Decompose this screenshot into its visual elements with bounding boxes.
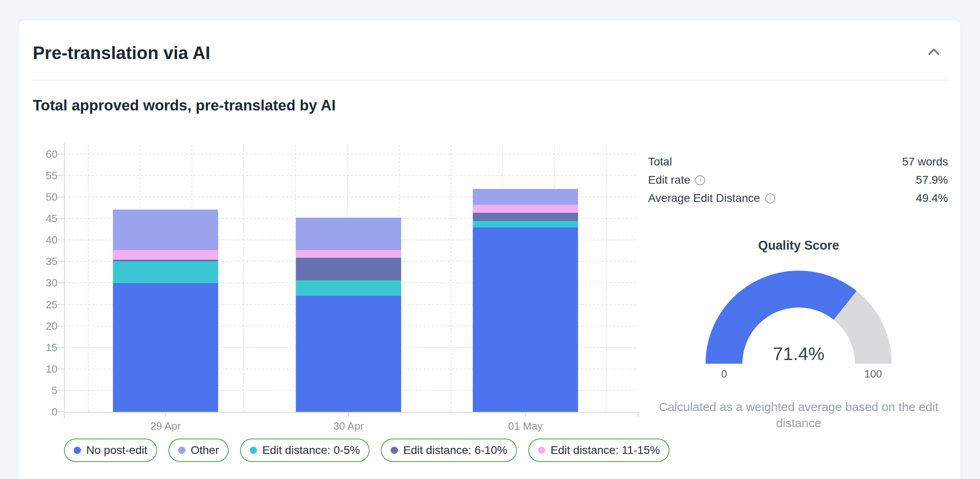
legend-dot <box>250 447 257 454</box>
chart-legend: No post-editOtherEdit distance: 0-5%Edit… <box>64 439 670 462</box>
info-icon[interactable]: i <box>765 193 775 203</box>
bar-segment[interactable] <box>113 261 218 283</box>
y-axis-tick-label: 20 <box>31 320 57 332</box>
bar-segment[interactable] <box>473 221 578 227</box>
y-axis-tick <box>57 240 64 240</box>
legend-item-label: Edit distance: 0-5% <box>262 444 360 457</box>
stat-value: 49.4% <box>916 192 948 205</box>
x-axis-tick-label: 30 Apr <box>316 420 381 432</box>
legend-dot <box>538 447 545 454</box>
x-axis-tick-label: 01 May <box>493 420 558 432</box>
stat-row: Edit ratei57.9% <box>648 174 948 186</box>
x-axis-line <box>64 412 639 413</box>
y-axis-tick-label: 50 <box>31 191 57 203</box>
gauge-min-label: 0 <box>704 368 744 380</box>
gridline <box>243 145 244 412</box>
bar-segment[interactable] <box>113 250 218 260</box>
legend-item-label: Edit distance: 6-10% <box>403 444 507 457</box>
stat-label: Total <box>648 155 672 168</box>
x-axis-tick-label: 29 Apr <box>133 420 198 432</box>
bar-segment[interactable] <box>473 205 578 213</box>
y-axis-tick <box>57 304 64 305</box>
bar-segment[interactable] <box>473 189 578 205</box>
gridline <box>64 154 636 155</box>
bar-segment[interactable] <box>113 260 218 261</box>
x-axis-tick <box>348 413 349 417</box>
gauge-value: 71.4% <box>706 344 892 364</box>
bar-segment[interactable] <box>113 210 218 250</box>
stat-label: Average Edit Distance <box>648 192 760 205</box>
quality-score-gauge: 71.4% 0 100 <box>706 271 892 364</box>
y-axis-tick <box>57 326 64 326</box>
legend-item-label: No post-edit <box>86 444 147 457</box>
stat-row: Average Edit Distancei49.4% <box>648 192 948 204</box>
gridline <box>88 145 89 412</box>
stat-row: Total57 words <box>648 156 948 168</box>
pre-translation-card: Pre-translation via AI Total approved wo… <box>18 20 961 479</box>
bar-segment[interactable] <box>296 218 401 250</box>
dashboard-page: Pre-translation via AI Total approved wo… <box>0 0 980 479</box>
y-axis-tick-label: 60 <box>31 148 57 160</box>
gauge-caption: Calculated as a weighted average based o… <box>657 399 940 431</box>
x-axis-tick <box>165 413 166 417</box>
gauge-title: Quality Score <box>648 238 949 253</box>
legend-item-label: Edit distance: 11-15% <box>551 444 660 457</box>
y-axis-tick-label: 0 <box>31 406 57 418</box>
legend-item-label: Other <box>191 444 219 457</box>
stat-value: 57 words <box>902 155 948 168</box>
gridline <box>64 175 636 176</box>
y-axis-tick <box>57 175 64 176</box>
bar-segment[interactable] <box>473 213 578 221</box>
bar-segment[interactable] <box>473 227 578 412</box>
gridline <box>451 145 451 412</box>
y-axis-tick <box>57 411 64 412</box>
y-axis-tick-label: 10 <box>31 363 57 375</box>
y-axis-line <box>64 143 65 419</box>
legend-item[interactable]: Edit distance: 6-10% <box>381 439 517 462</box>
bar-segment[interactable] <box>296 280 401 296</box>
x-axis-end-tick <box>638 413 638 417</box>
y-axis-tick <box>57 282 64 283</box>
y-axis-tick-label: 15 <box>31 341 57 354</box>
y-axis-tick <box>57 154 64 155</box>
y-axis-tick-label: 35 <box>31 255 57 267</box>
y-axis-tick-label: 45 <box>31 212 57 225</box>
legend-item[interactable]: No post-edit <box>64 439 157 462</box>
gridline <box>606 145 607 412</box>
bar-segment[interactable] <box>296 250 401 258</box>
y-axis-tick-label: 55 <box>31 170 57 182</box>
info-icon[interactable]: i <box>695 175 705 185</box>
x-axis-tick <box>525 413 526 417</box>
y-axis-tick <box>57 218 64 219</box>
bar-segment[interactable] <box>296 258 401 280</box>
legend-item[interactable]: Other <box>168 439 229 462</box>
gauge-max-label: 100 <box>853 368 893 380</box>
legend-dot <box>74 447 81 454</box>
y-axis-tick-label: 30 <box>31 277 57 289</box>
legend-dot <box>178 447 185 454</box>
legend-item[interactable]: Edit distance: 11-15% <box>528 439 670 462</box>
stat-label: Edit rate <box>648 174 690 187</box>
bar-segment[interactable] <box>113 283 218 412</box>
legend-item[interactable]: Edit distance: 0-5% <box>240 439 370 462</box>
y-axis-tick-label: 40 <box>31 234 57 246</box>
y-axis-tick <box>57 261 64 262</box>
y-axis-tick <box>57 390 64 391</box>
y-axis-tick <box>57 347 64 348</box>
y-axis-tick-label: 5 <box>31 384 57 396</box>
y-axis-tick <box>57 369 64 369</box>
bar-segment[interactable] <box>296 296 401 412</box>
legend-dot <box>391 447 398 454</box>
y-axis-tick-label: 25 <box>31 299 57 311</box>
y-axis-tick <box>57 197 64 197</box>
summary-stats: Total57 wordsEdit ratei57.9%Average Edit… <box>648 156 948 210</box>
stat-value: 57.9% <box>916 174 948 187</box>
